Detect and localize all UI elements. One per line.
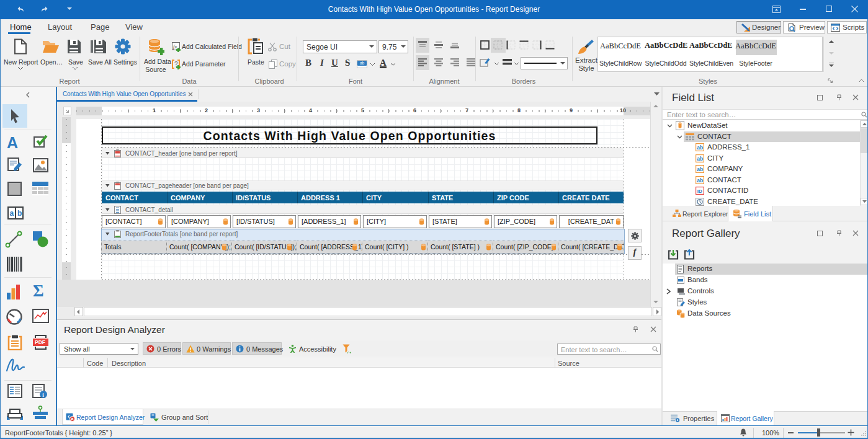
svg-text:ab: ab xyxy=(697,177,703,183)
svg-text:ID: ID xyxy=(697,188,702,194)
svg-text:ab: ab xyxy=(697,155,703,161)
svg-text:ab: ab xyxy=(697,166,703,172)
svg-text:b: b xyxy=(17,209,22,218)
svg-text:fx: fx xyxy=(173,43,177,50)
svg-text:a: a xyxy=(10,209,14,218)
svg-text:ab: ab xyxy=(697,144,703,151)
svg-text:PDF: PDF xyxy=(35,339,45,345)
